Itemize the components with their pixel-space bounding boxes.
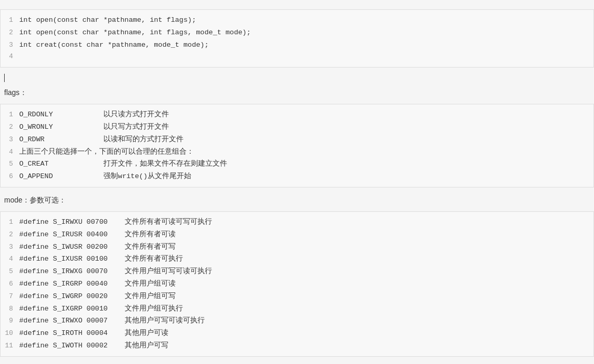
page: 1int open(const char *pathname, int flag…	[0, 0, 594, 364]
line-content: #define S_IROTH 00004 其他用户可读	[19, 328, 168, 339]
line-number: 2	[1, 28, 19, 38]
code-line: 2#define S_IRUSR 00400 文件所有者可读	[1, 228, 593, 241]
flags-label: flags：	[0, 84, 594, 100]
line-content: #define S_IRWXU 00700 文件所有者可读可写可执行	[19, 217, 212, 228]
code-line: 5O_CREAT 打开文件，如果文件不存在则建立文件	[1, 158, 593, 170]
code-block-3: 1#define S_IRWXU 00700 文件所有者可读可写可执行2#def…	[0, 211, 594, 357]
line-number: 1	[1, 110, 19, 120]
line-number: 4	[1, 51, 19, 62]
line-content: O_APPEND 强制write()从文件尾开始	[19, 171, 191, 182]
line-number: 11	[1, 341, 19, 352]
mode-label: mode：参数可选：	[0, 192, 594, 207]
line-number: 2	[1, 230, 19, 240]
line-content: #define S_IWOTH 00002 其他用户可写	[19, 340, 168, 352]
line-number: 4	[1, 147, 19, 158]
code-line: 3int creat(const char *pathname, mode_t …	[1, 39, 593, 51]
line-content: #define S_IRWXG 00070 文件用户组可写可读可执行	[19, 266, 212, 277]
code-line: 4#define S_IXUSR 00100 文件所有者可执行	[1, 253, 593, 265]
code-line: 3O_RDWR 以读和写的方式打开文件	[1, 133, 593, 146]
code-line: 1int open(const char *pathname, int flag…	[1, 14, 593, 26]
line-number: 4	[1, 254, 19, 265]
line-content: O_WRONLY 以只写方式打开文件	[19, 122, 169, 133]
code-line: 2int open(const char *pathname, int flag…	[1, 26, 593, 39]
code-line: 7#define S_IWGRP 00020 文件用户组可写	[1, 290, 593, 303]
line-number: 6	[1, 171, 19, 182]
text-cursor	[4, 74, 5, 82]
line-content: int open(const char *pathname, int flags…	[19, 15, 196, 26]
code-line: 3#define S_IWUSR 00200 文件所有者可写	[1, 241, 593, 253]
code-block-1: 1int open(const char *pathname, int flag…	[0, 9, 594, 68]
line-number: 1	[1, 217, 19, 228]
code-line: 5#define S_IRWXG 00070 文件用户组可写可读可执行	[1, 265, 593, 278]
line-content: 上面三个只能选择一个，下面的可以合理的任意组合：	[19, 146, 194, 158]
line-content: #define S_IXUSR 00100 文件所有者可执行	[19, 253, 183, 265]
line-number: 9	[1, 316, 19, 327]
line-number: 2	[1, 122, 19, 133]
line-number: 10	[1, 328, 19, 339]
code-line: 6O_APPEND 强制write()从文件尾开始	[1, 170, 593, 183]
code-line: 8#define S_IXGRP 00010 文件用户组可执行	[1, 303, 593, 315]
line-number: 8	[1, 304, 19, 315]
line-content: #define S_IRWXO 00007 其他用户可写可读可执行	[19, 315, 205, 327]
line-content: #define S_IRUSR 00400 文件所有者可读	[19, 229, 176, 240]
code-line: 4	[1, 51, 593, 63]
line-number: 5	[1, 159, 19, 170]
code-line: 2O_WRONLY 以只写方式打开文件	[1, 121, 593, 133]
line-number: 5	[1, 266, 19, 277]
line-content: #define S_IXGRP 00010 文件用户组可执行	[19, 303, 183, 315]
cursor-area	[0, 72, 594, 84]
code-line: 9#define S_IRWXO 00007 其他用户可写可读可执行	[1, 315, 593, 327]
line-number: 3	[1, 40, 19, 51]
code-line: 11#define S_IWOTH 00002 其他用户可写	[1, 340, 593, 352]
line-content: O_RDONLY 以只读方式打开文件	[19, 109, 169, 120]
code-line: 1O_RDONLY 以只读方式打开文件	[1, 109, 593, 121]
line-content: #define S_IWUSR 00200 文件所有者可写	[19, 241, 176, 253]
line-content: int open(const char *pathname, int flags…	[19, 27, 251, 38]
code-line: 1#define S_IRWXU 00700 文件所有者可读可写可执行	[1, 216, 593, 228]
code-line: 6#define S_IRGRP 00040 文件用户组可读	[1, 278, 593, 290]
watermark: CSDN @A~good~fight	[0, 361, 594, 364]
code-line: 10#define S_IROTH 00004 其他用户可读	[1, 327, 593, 340]
line-number: 3	[1, 242, 19, 253]
line-number: 1	[1, 15, 19, 26]
line-content: int creat(const char *pathname, mode_t m…	[19, 39, 209, 51]
line-content: #define S_IRGRP 00040 文件用户组可读	[19, 278, 176, 290]
line-number: 7	[1, 291, 19, 302]
line-number: 6	[1, 279, 19, 290]
code-block-2: 1O_RDONLY 以只读方式打开文件2O_WRONLY 以只写方式打开文件3O…	[0, 104, 594, 187]
line-content: O_CREAT 打开文件，如果文件不存在则建立文件	[19, 158, 227, 170]
code-line: 4上面三个只能选择一个，下面的可以合理的任意组合：	[1, 146, 593, 158]
line-number: 3	[1, 134, 19, 145]
line-content: O_RDWR 以读和写的方式打开文件	[19, 134, 183, 145]
line-content: #define S_IWGRP 00020 文件用户组可写	[19, 291, 176, 302]
